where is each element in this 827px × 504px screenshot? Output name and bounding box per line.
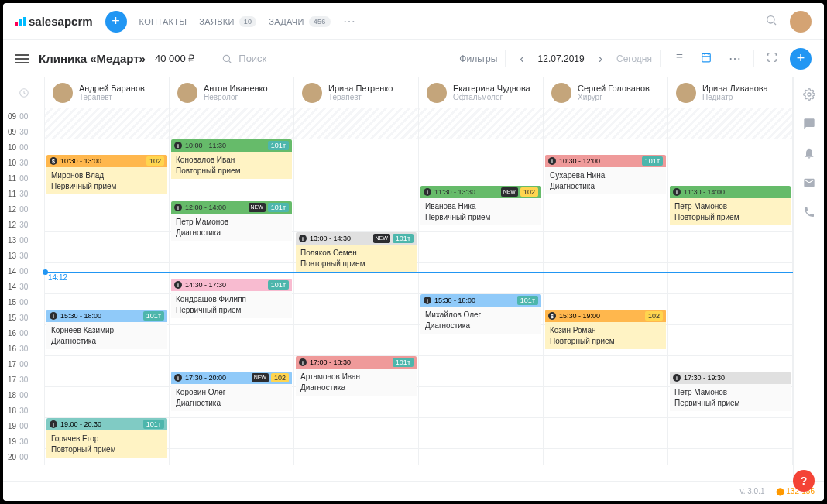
- appointment-event[interactable]: i 13:00 - 14:30 NEW101т Поляков Семен По…: [296, 232, 417, 279]
- list-view-icon[interactable]: [668, 49, 688, 69]
- appointment-event[interactable]: $ 10:30 - 13:00 102 Миронов Влад Первичн…: [46, 155, 167, 232]
- time-label: 1800: [3, 387, 44, 403]
- event-time: 10:30 - 12:00: [559, 157, 600, 165]
- room-badge: 101т: [268, 141, 289, 150]
- room-badge: 101т: [143, 420, 164, 429]
- schedule-column[interactable]: $ 10:30 - 13:00 102 Миронов Влад Первичн…: [45, 108, 170, 465]
- room-badge: 101т: [268, 203, 289, 212]
- status-dot-icon: i: [548, 157, 556, 165]
- svg-point-1: [224, 55, 230, 61]
- calendar-view-icon[interactable]: [696, 49, 716, 69]
- nav-requests[interactable]: ЗАЯВКИ10: [199, 16, 256, 27]
- schedule-column[interactable]: i 13:00 - 14:30 NEW101т Поляков Семен По…: [294, 108, 419, 465]
- appointment-type: Диагностика: [176, 398, 287, 409]
- room-badge: 102: [271, 373, 289, 382]
- appointment-type: Первичный прием: [674, 398, 786, 409]
- room-badge: 102: [146, 156, 164, 166]
- event-time: 10:00 - 11:30: [185, 142, 226, 149]
- new-badge: NEW: [252, 373, 269, 382]
- status-dot-icon: i: [174, 374, 182, 382]
- patient-name: Сухарева Нина: [550, 170, 661, 181]
- status-dot-icon: i: [50, 420, 57, 428]
- time-label: 1300: [3, 232, 44, 248]
- room-badge: 102: [520, 187, 538, 197]
- status-dot-icon: $: [548, 312, 556, 320]
- add-event-button[interactable]: +: [790, 48, 812, 70]
- room-badge: 101т: [143, 311, 164, 321]
- appointment-type: Первичный прием: [176, 305, 287, 316]
- appointment-type: Диагностика: [51, 336, 163, 347]
- filters-button[interactable]: Фильтры: [459, 53, 497, 64]
- doctor-column-header[interactable]: Андрей Баранов Терапевт: [45, 77, 170, 108]
- appointment-event[interactable]: i 17:30 - 19:30 Петр Мамонов Первичный п…: [670, 372, 791, 434]
- patient-name: Артамонов Иван: [300, 372, 412, 382]
- today-button[interactable]: Сегодня: [616, 53, 652, 64]
- doctor-name: Екатерина Чуднова: [453, 84, 530, 93]
- nav-more-icon[interactable]: ⋯: [343, 14, 355, 29]
- event-time: 11:30 - 13:30: [434, 188, 475, 196]
- doctor-name: Антон Иваненко: [204, 84, 268, 93]
- settings-icon[interactable]: [803, 88, 815, 104]
- room-badge: 101т: [642, 156, 663, 166]
- doctor-speciality: Педиатр: [702, 93, 768, 101]
- doctor-column-header[interactable]: Сергей Голованов Хирург: [544, 77, 668, 108]
- doctor-column-header[interactable]: Ирина Ливанова Педиатр: [668, 77, 793, 108]
- time-label: 1330: [3, 248, 44, 263]
- appointment-event[interactable]: i 19:00 - 20:30 101т Горячев Егор Повтор…: [46, 418, 167, 465]
- patient-name: Горячев Егор: [51, 434, 163, 444]
- appointment-event[interactable]: i 10:00 - 11:30 101т Коновалов Иван Повт…: [171, 139, 292, 186]
- global-add-button[interactable]: +: [105, 11, 127, 33]
- appointment-type: Повторный прием: [550, 336, 661, 347]
- nav-contacts[interactable]: КОНТАКТЫ: [139, 17, 187, 26]
- price-value: 40 000 ₽: [155, 53, 194, 64]
- appointment-event[interactable]: i 12:00 - 14:00 NEW101т Петр Мамонов Диа…: [171, 201, 292, 263]
- appointment-event[interactable]: i 11:30 - 13:30 NEW102 Иванова Ника Перв…: [420, 186, 541, 248]
- menu-icon[interactable]: [15, 52, 29, 66]
- phone-icon[interactable]: [803, 206, 815, 221]
- help-button[interactable]: ?: [793, 470, 815, 492]
- appointment-event[interactable]: i 11:30 - 14:00 Петр Мамонов Повторный п…: [670, 186, 791, 263]
- schedule-column[interactable]: i 10:00 - 11:30 101т Коновалов Иван Повт…: [170, 108, 294, 465]
- doctor-column-header[interactable]: Ирина Петренко Терапевт: [294, 77, 419, 108]
- event-time: 13:00 - 14:30: [310, 235, 351, 242]
- appointment-event[interactable]: i 17:30 - 20:00 NEW102 Коровин Олег Диаг…: [171, 372, 292, 449]
- appointment-event[interactable]: i 14:30 - 17:30 101т Кондрашов Филипп Пе…: [171, 279, 292, 372]
- doctor-column-header[interactable]: Екатерина Чуднова Офтальмолог: [419, 77, 544, 108]
- appointment-event[interactable]: i 15:30 - 18:00 101т Корнеев Казимир Диа…: [46, 310, 167, 387]
- appointment-event[interactable]: $ 15:30 - 19:00 102 Козин Роман Повторны…: [545, 310, 666, 418]
- time-label: 2000: [3, 449, 44, 465]
- doctor-avatar: [53, 83, 73, 103]
- doctor-name: Ирина Ливанова: [702, 84, 768, 93]
- mail-icon[interactable]: [803, 177, 815, 192]
- status-dot-icon: i: [174, 142, 182, 149]
- appointment-event[interactable]: i 15:30 - 18:00 101т Михайлов Олег Диагн…: [420, 294, 541, 372]
- time-label: 1130: [3, 186, 44, 201]
- user-avatar[interactable]: [790, 11, 812, 33]
- status-dot-icon: i: [424, 188, 431, 196]
- room-badge: 101т: [393, 234, 414, 243]
- patient-name: Поляков Семен: [300, 248, 412, 259]
- appointment-event[interactable]: i 17:00 - 18:30 101т Артамонов Иван Диаг…: [296, 356, 417, 403]
- new-badge: NEW: [373, 234, 390, 243]
- appointment-type: Диагностика: [300, 382, 412, 393]
- fullscreen-icon[interactable]: [762, 49, 782, 69]
- search-input[interactable]: Поиск: [221, 53, 266, 64]
- patient-name: Петр Мамонов: [674, 387, 786, 398]
- appointment-type: Диагностика: [425, 321, 537, 331]
- prev-date-button[interactable]: ‹: [513, 49, 530, 69]
- view-more-icon[interactable]: ⋯: [724, 48, 746, 69]
- bell-icon[interactable]: [803, 147, 815, 163]
- appointment-event[interactable]: i 10:30 - 12:00 101т Сухарева Нина Диагн…: [545, 155, 666, 201]
- chat-icon[interactable]: [803, 118, 815, 133]
- schedule-column[interactable]: i 11:30 - 13:30 NEW102 Иванова Ника Перв…: [419, 108, 544, 465]
- schedule-column[interactable]: i 10:30 - 12:00 101т Сухарева Нина Диагн…: [544, 108, 668, 465]
- current-date[interactable]: 12.07.2019: [538, 53, 585, 64]
- patient-name: Миронов Влад: [51, 170, 163, 181]
- search-icon[interactable]: [765, 14, 777, 29]
- next-date-button[interactable]: ›: [592, 49, 609, 69]
- room-badge: 101т: [393, 358, 414, 367]
- schedule-column[interactable]: i 11:30 - 14:00 Петр Мамонов Повторный п…: [668, 108, 793, 465]
- doctor-column-header[interactable]: Антон Иваненко Невролог: [170, 77, 294, 108]
- nav-tasks[interactable]: ЗАДАЧИ456: [269, 16, 330, 27]
- doctor-avatar: [177, 83, 197, 103]
